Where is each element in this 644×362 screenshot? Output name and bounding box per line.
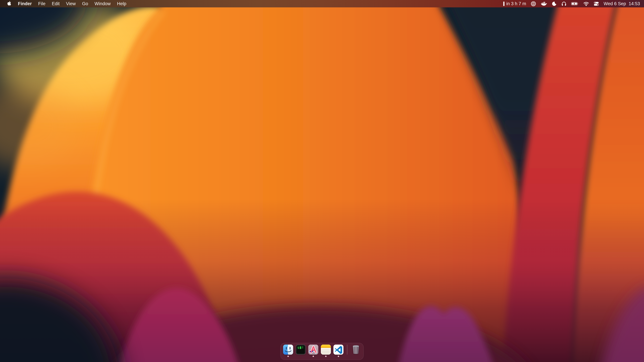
session-timer-text: in 3 h 7 m [506,1,526,6]
clock-date: Wed 6 Sep [604,1,626,6]
menu-bar-status: in 3 h 7 m [503,1,644,6]
running-indicator-dot [288,356,289,357]
session-bar-icon [503,1,505,6]
svg-text:$: $ [297,346,299,350]
menu-file[interactable]: File [35,0,49,7]
trash-icon [351,345,361,355]
dock-item-vscode[interactable] [333,345,344,357]
dock-item-terminal[interactable]: $ [296,345,306,357]
wifi-icon[interactable] [583,1,589,6]
session-timer-status[interactable]: in 3 h 7 m [503,1,526,6]
running-indicator-dot [325,356,326,357]
vscode-icon [333,345,344,355]
running-indicator-dot [312,356,314,357]
menu-bar: Finder File Edit View Go Window Help in … [0,0,644,7]
menu-view[interactable]: View [63,0,79,7]
menu-bar-clock[interactable]: Wed 6 Sep 14:53 [604,1,640,6]
desktop: Finder File Edit View Go Window Help in … [0,0,644,362]
clock-time: 14:53 [628,1,640,6]
dock-divider [347,345,347,355]
apple-logo-icon [7,1,12,7]
menu-window[interactable]: Window [92,0,114,7]
battery-charging-icon[interactable] [571,2,578,5]
dock: $ [280,343,364,360]
apple-menu[interactable] [5,1,14,7]
headphones-icon[interactable] [561,1,566,6]
dock-item-trash[interactable] [351,345,361,357]
running-indicator-dot [338,356,339,357]
dock-item-arc-browser[interactable] [308,345,318,357]
menu-go[interactable]: Go [79,0,92,7]
control-center-icon[interactable] [594,2,599,6]
dock-item-finder[interactable] [283,345,293,357]
menu-app-name[interactable]: Finder [15,0,35,7]
menu-bar-left: Finder File Edit View Go Window Help [0,0,130,7]
arc-browser-icon [308,345,318,355]
notes-icon [321,345,331,355]
desktop-wallpaper [0,0,644,362]
menu-edit[interactable]: Edit [49,0,63,7]
moon-focus-icon[interactable] [552,1,556,6]
finder-icon [283,345,293,355]
menu-help[interactable]: Help [114,0,130,7]
terminal-icon: $ [296,345,306,355]
power-circle-icon[interactable] [531,1,536,6]
docker-whale-icon[interactable] [541,1,547,6]
dock-item-notes[interactable] [321,345,331,357]
